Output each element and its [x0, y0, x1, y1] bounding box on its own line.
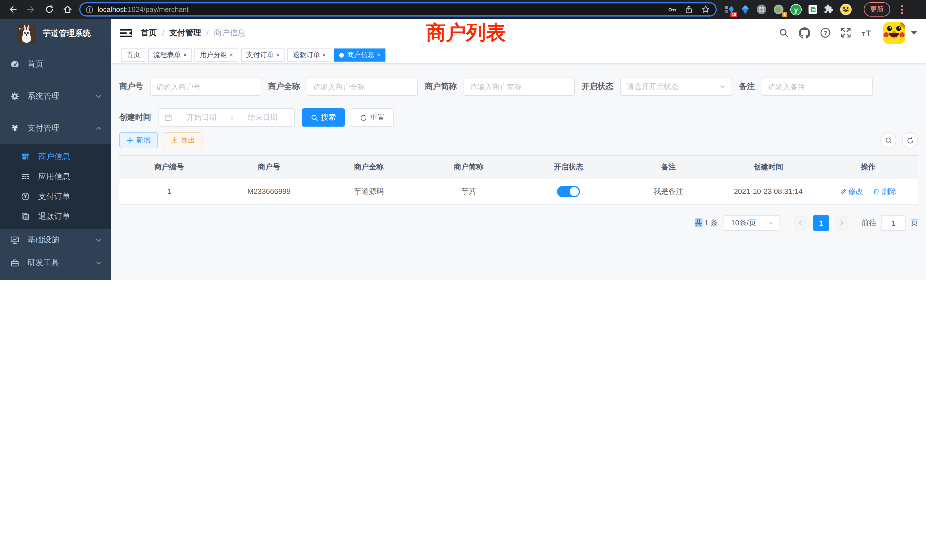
page-size-select[interactable]: 10条/页 — [723, 215, 779, 231]
help-icon[interactable]: ? — [820, 27, 831, 38]
github-icon[interactable] — [799, 27, 810, 38]
navbar-actions: ? TT — [779, 22, 917, 44]
goto-page-input[interactable] — [881, 215, 906, 231]
sidebar-item-infra[interactable]: 基础设施 — [0, 229, 111, 251]
url-bar[interactable]: localhost:1024/pay/merchant — [79, 2, 717, 17]
share-icon[interactable] — [684, 5, 693, 14]
chevron-down-icon — [95, 237, 102, 244]
tab-home[interactable]: 首页 — [121, 48, 145, 62]
refresh-button[interactable] — [902, 132, 918, 148]
navbar: 首页 / 支付管理 / 商户信息 ? TT — [111, 19, 926, 47]
delete-link[interactable]: 删除 — [873, 186, 897, 197]
browser-menu-icon[interactable] — [901, 5, 903, 14]
edit-link[interactable]: 修改 — [840, 186, 863, 197]
short-name-input[interactable] — [470, 82, 569, 91]
toggle-search-button[interactable] — [881, 132, 896, 148]
chevron-down-icon — [768, 220, 774, 226]
tab-merchant-info[interactable]: 商户信息× — [334, 48, 386, 62]
cell-create-time: 2021-10-23 08:31:14 — [719, 178, 818, 204]
profile-avatar-emoji[interactable] — [840, 3, 852, 15]
extension-blue-diamond-icon[interactable]: 10 — [724, 4, 734, 15]
tab-user-group[interactable]: 用户分组× — [195, 48, 238, 62]
add-button[interactable]: 新增 — [119, 132, 158, 148]
cell-status — [519, 178, 618, 204]
cell-short-name: 芋艿 — [419, 178, 519, 204]
filter-row-2: 创建时间 开始日期 - 结束日期 搜索 重置 — [119, 108, 918, 127]
chevron-down-icon — [95, 259, 102, 266]
close-icon[interactable]: × — [322, 52, 326, 58]
password-key-icon[interactable] — [668, 5, 677, 14]
sidebar-item-system[interactable]: 系统管理 — [0, 80, 111, 112]
reload-icon[interactable] — [44, 5, 54, 14]
reset-button[interactable]: 重置 — [351, 108, 394, 127]
breadcrumb-current: 商户信息 — [214, 28, 246, 38]
col-actions: 操作 — [818, 155, 918, 178]
avatar-caret-icon[interactable] — [911, 31, 917, 35]
extension-green-dot-icon[interactable]: 1 — [773, 4, 784, 15]
end-date-input[interactable]: 结束日期 — [237, 112, 289, 123]
search-button[interactable]: 搜索 — [302, 108, 345, 127]
total-count: 共 1 条 — [695, 218, 718, 228]
close-icon[interactable]: × — [377, 52, 381, 58]
back-icon[interactable] — [8, 5, 18, 14]
extension-command-icon[interactable]: ⌘ — [756, 4, 767, 15]
extensions-puzzle-icon[interactable] — [824, 5, 834, 14]
sidebar-item-refund-order[interactable]: 退款订单 — [0, 206, 111, 226]
extension-gem-icon[interactable] — [741, 4, 750, 15]
toolbox-icon — [10, 258, 20, 268]
close-icon[interactable]: × — [183, 52, 187, 58]
tab-refund-order[interactable]: 退款订单× — [287, 48, 331, 62]
start-date-input[interactable]: 开始日期 — [176, 112, 227, 123]
close-icon[interactable]: × — [276, 52, 280, 58]
site-info-icon[interactable] — [86, 5, 94, 14]
sidebar-item-app-info[interactable]: 应用信息 — [0, 166, 111, 186]
tab-pay-order[interactable]: 支付订单× — [241, 48, 285, 62]
svg-text:¥: ¥ — [12, 124, 18, 133]
remark-input[interactable] — [768, 82, 867, 91]
sidebar-item-merchant-info[interactable]: 商户信息 — [0, 147, 111, 166]
bookmark-star-icon[interactable] — [701, 5, 710, 14]
breadcrumb-pay[interactable]: 支付管理 — [169, 28, 201, 38]
date-range-picker[interactable]: 开始日期 - 结束日期 — [158, 108, 295, 127]
app-logo[interactable]: 芋道管理系统 — [0, 19, 111, 48]
close-icon[interactable]: × — [230, 52, 233, 58]
col-remark: 备注 — [618, 155, 718, 178]
tab-process-form[interactable]: 流程表单× — [148, 48, 192, 62]
breadcrumb-home[interactable]: 首页 — [141, 28, 157, 38]
sidebar-item-devtools[interactable]: 研发工具 — [0, 251, 111, 274]
forward-icon[interactable] — [26, 5, 36, 14]
svg-text:T: T — [866, 28, 871, 38]
home-icon[interactable] — [63, 5, 73, 14]
col-short-name: 商户简称 — [419, 155, 519, 178]
hamburger-icon[interactable] — [120, 27, 132, 38]
page-number-1[interactable]: 1 — [813, 215, 829, 231]
search-icon[interactable] — [779, 28, 789, 38]
merchant-table: 商户编号 商户号 商户全称 商户简称 开启状态 备注 创建时间 操作 1 M23… — [119, 155, 918, 205]
cell-remark: 我是备注 — [618, 178, 718, 204]
filter-remark: 备注 — [739, 77, 873, 96]
font-size-icon[interactable]: TT — [861, 28, 873, 38]
sidebar-item-home[interactable]: 首页 — [0, 48, 111, 80]
extension-doc-icon[interactable] — [808, 5, 818, 14]
export-button[interactable]: 导出 — [163, 132, 203, 148]
full-name-input[interactable] — [313, 82, 412, 91]
yen-icon: ¥ — [10, 124, 20, 133]
merchant-no-input[interactable] — [156, 82, 255, 91]
browser-update-button[interactable]: 更新 — [864, 2, 890, 17]
sidebar-menu: 首页 系统管理 ¥ 支付管理 商户信息 — [0, 48, 111, 280]
sidebar-item-workflow[interactable]: 工作流程 — [0, 274, 111, 280]
status-toggle[interactable] — [557, 186, 580, 197]
cell-actions: 修改 删除 — [818, 178, 918, 204]
pay-order-icon: ¥ — [21, 192, 30, 201]
filter-status: 开启状态 请选择开启状态 — [582, 77, 732, 96]
status-select[interactable]: 请选择开启状态 — [620, 77, 732, 96]
monitor-icon — [10, 236, 20, 245]
prev-page-button[interactable] — [794, 215, 807, 231]
sidebar-item-pay-order[interactable]: ¥ 支付订单 — [0, 186, 111, 206]
fullscreen-icon[interactable] — [840, 27, 851, 38]
extension-y-icon[interactable]: y — [790, 4, 802, 15]
next-page-button[interactable] — [835, 215, 849, 231]
user-avatar-pikachu[interactable] — [883, 22, 905, 44]
sidebar-item-pay[interactable]: ¥ 支付管理 — [0, 112, 111, 144]
page-content: 商户号 商户全称 商户简称 开启状态 请选择开启状态 — [111, 63, 926, 231]
